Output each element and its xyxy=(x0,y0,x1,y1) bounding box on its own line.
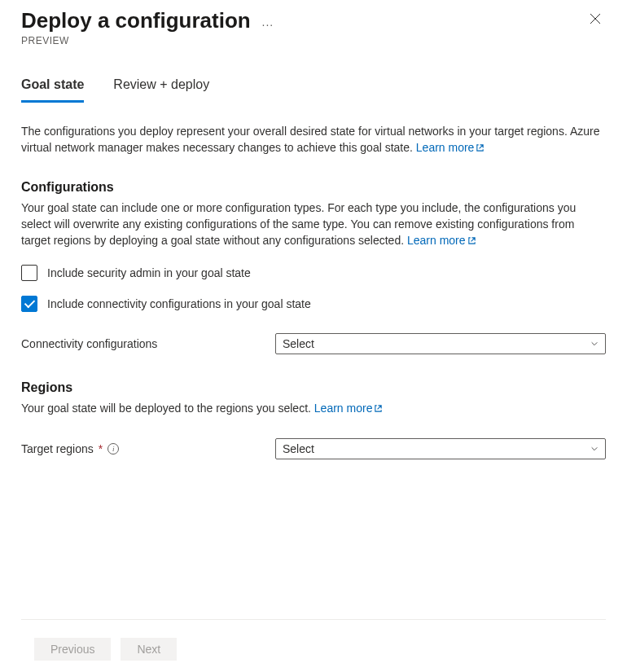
configurations-desc: Your goal state can include one or more … xyxy=(21,200,606,250)
chevron-down-icon xyxy=(590,445,598,453)
intro-learn-more-link[interactable]: Learn more xyxy=(416,141,485,154)
connectivity-config-select[interactable]: Select xyxy=(275,333,606,354)
configurations-learn-more-link[interactable]: Learn more xyxy=(407,234,476,247)
intro-text: The configurations you deploy represent … xyxy=(21,123,606,157)
previous-button[interactable]: Previous xyxy=(34,638,111,661)
close-button[interactable] xyxy=(585,8,606,32)
link-text: Learn more xyxy=(416,141,475,154)
info-icon[interactable]: i xyxy=(107,443,119,455)
external-link-icon xyxy=(467,233,476,249)
required-indicator: * xyxy=(99,442,103,455)
include-connectivity-checkbox[interactable] xyxy=(21,296,37,312)
connectivity-config-label: Connectivity configurations xyxy=(21,337,275,350)
intro-body: The configurations you deploy represent … xyxy=(21,125,599,154)
footer: Previous Next xyxy=(21,619,606,672)
more-actions-button[interactable]: ··· xyxy=(262,18,274,31)
regions-desc: Your goal state will be deployed to the … xyxy=(21,400,606,417)
include-connectivity-label: Include connectivity configurations in y… xyxy=(47,297,311,310)
target-regions-select[interactable]: Select xyxy=(275,438,606,459)
include-security-label: Include security admin in your goal stat… xyxy=(47,266,251,279)
regions-learn-more-link[interactable]: Learn more xyxy=(314,402,384,415)
regions-heading: Regions xyxy=(21,380,606,395)
tab-review-deploy[interactable]: Review + deploy xyxy=(113,77,209,103)
external-link-icon xyxy=(476,140,484,156)
link-text: Learn more xyxy=(314,402,373,415)
label-text: Target regions xyxy=(21,442,94,455)
select-value: Select xyxy=(283,442,314,455)
target-regions-label: Target regions * i xyxy=(21,442,275,455)
external-link-icon xyxy=(374,401,383,417)
configurations-desc-text: Your goal state can include one or more … xyxy=(21,201,576,248)
chevron-down-icon xyxy=(590,340,598,348)
close-icon xyxy=(590,13,601,24)
tabs: Goal state Review + deploy xyxy=(21,77,606,103)
next-button[interactable]: Next xyxy=(121,638,177,661)
regions-desc-text: Your goal state will be deployed to the … xyxy=(21,402,311,415)
link-text: Learn more xyxy=(407,234,466,247)
tab-goal-state[interactable]: Goal state xyxy=(21,77,84,103)
select-value: Select xyxy=(283,337,314,350)
configurations-heading: Configurations xyxy=(21,180,606,195)
page-subtitle: PREVIEW xyxy=(21,35,274,46)
page-title: Deploy a configuration xyxy=(21,8,251,33)
include-security-checkbox[interactable] xyxy=(21,265,37,281)
